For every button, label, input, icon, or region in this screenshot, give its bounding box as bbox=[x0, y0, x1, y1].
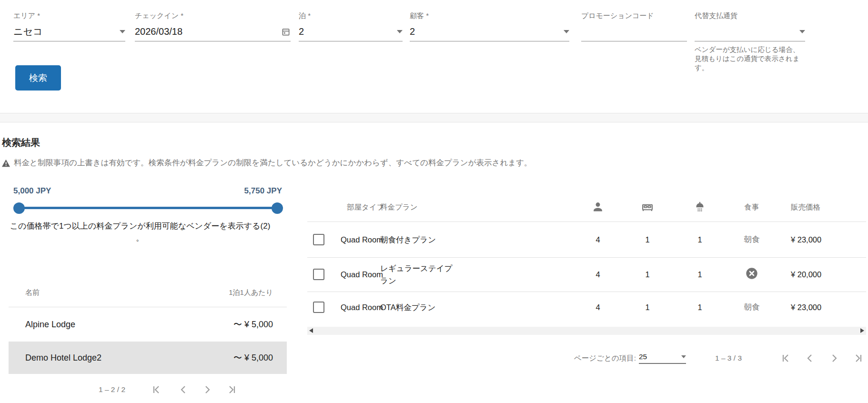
last-page-icon[interactable] bbox=[853, 353, 864, 364]
vendor-price: 〜 ¥ 5,000 bbox=[233, 319, 273, 330]
section-divider bbox=[0, 113, 868, 122]
bathrooms-cell: 1 bbox=[676, 303, 724, 312]
previous-page-icon[interactable] bbox=[178, 384, 189, 395]
alt-currency-label: 代替支払通貨 bbox=[695, 11, 805, 20]
plans-paginator: ページごとの項目: 25 1 – 3 / 3 bbox=[538, 347, 868, 370]
meal-header: 食事 bbox=[728, 202, 776, 212]
vendor-price: 〜 ¥ 5,000 bbox=[233, 352, 273, 363]
plan-row-regular-stay[interactable]: Quad Room レギュラーステイプラン 4 1 1 ¥ 20,000 bbox=[307, 257, 866, 292]
room-type-cell: Quad Room bbox=[341, 303, 383, 312]
bathrooms-cell: 1 bbox=[676, 270, 724, 279]
room-type-cell: Quad Room bbox=[341, 270, 383, 279]
person-icon bbox=[591, 201, 605, 214]
next-page-icon[interactable] bbox=[828, 353, 840, 364]
guests-select[interactable]: 顧客 * 2 bbox=[410, 11, 569, 41]
vendor-name: Alpine Lodge bbox=[25, 320, 75, 330]
bathrooms-cell: 1 bbox=[676, 235, 724, 244]
row-checkbox[interactable] bbox=[313, 302, 324, 313]
items-per-page-label: ページごとの項目: bbox=[574, 353, 636, 363]
beds-cell: 1 bbox=[624, 270, 671, 279]
chevron-down-icon bbox=[681, 355, 686, 358]
guests-cell: 4 bbox=[574, 303, 622, 312]
first-page-icon[interactable] bbox=[151, 384, 162, 395]
meal-cell: 朝食 bbox=[728, 234, 776, 245]
vendor-row-demo-hotel-lodge2[interactable]: Demo Hotel Lodge2 〜 ¥ 5,000 bbox=[9, 342, 287, 374]
chevron-down-icon bbox=[397, 30, 403, 33]
chevron-down-icon bbox=[120, 30, 125, 33]
chevron-down-icon bbox=[564, 30, 569, 33]
nights-label: 泊 * bbox=[299, 11, 403, 20]
vendor-name-header: 名前 bbox=[25, 288, 40, 297]
horizontal-scrollbar[interactable] bbox=[307, 327, 866, 335]
shower-icon bbox=[693, 201, 707, 214]
no-meal-icon bbox=[728, 267, 776, 282]
guests-label: 顧客 * bbox=[410, 11, 569, 20]
vendors-paginator: 1 – 2 / 2 bbox=[9, 380, 287, 402]
chevron-down-icon bbox=[799, 30, 805, 33]
plans-page-range: 1 – 3 / 3 bbox=[715, 354, 742, 363]
override-warning: 料金と制限事項の上書きは有効です。検索条件が料金プランの制限を満たしているかどう… bbox=[1, 158, 532, 168]
checkin-label: チェックイン * bbox=[135, 11, 291, 20]
room-type-header: 部屋タイプ bbox=[347, 202, 384, 212]
warning-icon bbox=[1, 159, 10, 167]
checkin-date-field[interactable]: チェックイン * 2026/03/18 bbox=[135, 11, 291, 41]
alt-currency-select[interactable]: 代替支払通貨 ベンダーが支払いに応じる場合、見積もりはこの通貨で表示されます。 bbox=[695, 11, 805, 72]
first-page-icon[interactable] bbox=[780, 353, 791, 364]
warning-text: 料金と制限事項の上書きは有効です。検索条件が料金プランの制限を満たしているかどう… bbox=[14, 158, 532, 168]
guests-cell: 4 bbox=[574, 235, 622, 244]
guests-cell: 4 bbox=[574, 270, 622, 279]
items-per-page-value: 25 bbox=[639, 353, 647, 361]
vendors-table-header: 名前 1泊1人あたり bbox=[9, 279, 287, 307]
price-max-label: 5,750 JPY bbox=[200, 186, 282, 196]
promo-code-field[interactable]: プロモーションコード bbox=[581, 11, 687, 41]
previous-page-icon[interactable] bbox=[804, 353, 816, 364]
slider-handle-min[interactable] bbox=[13, 202, 25, 214]
price-header: 販売価格 bbox=[791, 202, 820, 212]
area-label: エリア * bbox=[13, 11, 125, 20]
price-range-slider[interactable] bbox=[19, 207, 277, 209]
bed-icon bbox=[641, 201, 654, 214]
beds-cell: 1 bbox=[624, 235, 671, 244]
vendor-name: Demo Hotel Lodge2 bbox=[25, 353, 101, 363]
slider-handle-max[interactable] bbox=[272, 202, 283, 214]
results-title: 検索結果 bbox=[2, 136, 40, 149]
rate-plan-cell: レギュラーステイプラン bbox=[380, 262, 459, 287]
plans-table-header: 部屋タイプ 料金プラン 食事 販売価格 bbox=[307, 193, 866, 222]
scroll-right-icon[interactable] bbox=[860, 328, 864, 333]
checkin-value: 2026/03/18 bbox=[135, 26, 182, 37]
price-cell: ¥ 23,000 bbox=[791, 235, 821, 244]
rate-plan-cell: 朝食付きプラン bbox=[380, 233, 461, 246]
nights-value: 2 bbox=[299, 26, 304, 37]
rate-plan-cell: OTA料金プラン bbox=[380, 301, 461, 313]
beds-cell: 1 bbox=[624, 303, 671, 312]
items-per-page-select[interactable]: 25 bbox=[639, 353, 686, 364]
row-checkbox[interactable] bbox=[313, 234, 324, 245]
price-min-label: 5,000 JPY bbox=[13, 186, 51, 196]
plan-row-ota[interactable]: Quad Room OTA料金プラン 4 1 1 朝食 ¥ 23,000 bbox=[307, 292, 866, 323]
price-filter-description: この価格帯で1つ以上の料金プランが利用可能なベンダーを表示する(2) 。 bbox=[7, 220, 273, 244]
plans-pagination-icons bbox=[780, 353, 864, 364]
nights-select[interactable]: 泊 * 2 bbox=[299, 11, 403, 41]
area-value: ニセコ bbox=[13, 25, 42, 38]
price-cell: ¥ 23,000 bbox=[791, 303, 821, 312]
alt-currency-helper: ベンダーが支払いに応じる場合、見積もりはこの通貨で表示されます。 bbox=[695, 45, 805, 72]
price-cell: ¥ 20,000 bbox=[791, 270, 821, 279]
area-select[interactable]: エリア * ニセコ bbox=[13, 11, 125, 41]
last-page-icon[interactable] bbox=[226, 384, 238, 395]
vendor-row-alpine-lodge[interactable]: Alpine Lodge 〜 ¥ 5,000 bbox=[9, 307, 287, 342]
next-page-icon[interactable] bbox=[202, 384, 213, 395]
plan-row-breakfast[interactable]: Quad Room 朝食付きプラン 4 1 1 朝食 ¥ 23,000 bbox=[307, 222, 866, 258]
row-checkbox[interactable] bbox=[313, 269, 324, 280]
room-type-cell: Quad Room bbox=[341, 235, 383, 244]
promo-code-label: プロモーションコード bbox=[581, 11, 687, 20]
booking-search-page: エリア * ニセコ チェックイン * 2026/03/18 泊 * 2 顧客 * bbox=[0, 0, 868, 403]
vendor-price-header: 1泊1人あたり bbox=[229, 288, 273, 297]
meal-cell: 朝食 bbox=[728, 302, 776, 312]
scroll-left-icon[interactable] bbox=[309, 328, 313, 333]
rate-plan-header: 料金プラン bbox=[380, 202, 418, 212]
vendors-page-range: 1 – 2 / 2 bbox=[99, 385, 125, 394]
guests-value: 2 bbox=[410, 26, 415, 37]
search-button[interactable]: 検索 bbox=[15, 65, 61, 91]
calendar-icon[interactable] bbox=[281, 27, 291, 37]
